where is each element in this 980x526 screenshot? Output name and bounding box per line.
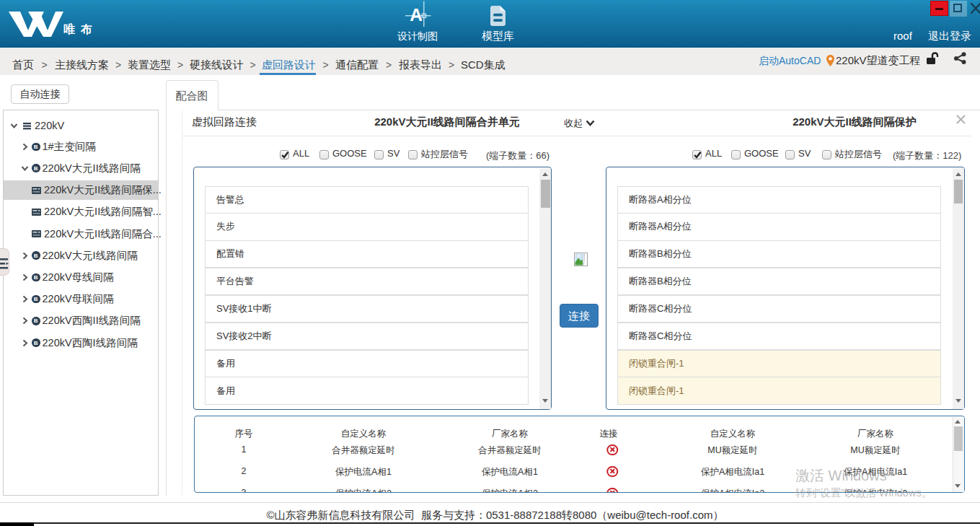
svg-text:A: A [410, 5, 423, 25]
